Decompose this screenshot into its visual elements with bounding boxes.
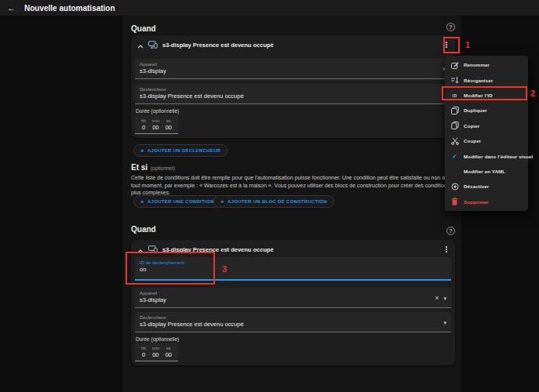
trigger-card-1-header[interactable]: s3-display Presence est devenu occupé <box>131 35 455 54</box>
trigger-card-1: s3-display Presence est devenu occupé Ap… <box>131 35 455 138</box>
check-icon: ✓ <box>450 153 459 160</box>
ss-label: ss <box>166 118 171 124</box>
mm-label: mm <box>152 118 159 124</box>
duration-input[interactable]: hh0 : mm00 : ss00 <box>135 343 178 361</box>
annotation-box-1 <box>443 37 460 53</box>
help-icon[interactable]: ? <box>446 23 455 31</box>
duration-label: Durée (optionnelle) <box>136 336 179 342</box>
menu-item-rename[interactable]: Renommer <box>445 57 528 72</box>
when-heading-2: Quand <box>131 225 156 234</box>
hh-value[interactable]: 0 <box>142 124 145 131</box>
menu-item-cut[interactable]: Couper <box>445 133 528 148</box>
menu-item-copy[interactable]: Copier <box>445 118 528 133</box>
chevron-down-icon[interactable]: ▾ <box>443 295 446 300</box>
trigger-field-value: s3-display Presence est devenu occupé <box>140 93 446 100</box>
copy-icon <box>450 122 459 129</box>
add-condition-label: AJOUTER UNE CONDITION <box>147 199 214 204</box>
conditions-heading: Et si (optionnel) <box>131 163 175 172</box>
add-trigger-button[interactable]: + AJOUTER UN DÉCLENCHEUR <box>133 144 228 157</box>
trigger-field-value: s3-display Presence est devenu occupé <box>140 321 446 328</box>
trigger-field[interactable]: Déclencheur s3-display Presence est deve… <box>135 312 451 332</box>
menu-item-duplicate[interactable]: Dupliquer <box>445 103 528 118</box>
device-icon <box>148 38 158 52</box>
ss-value[interactable]: 00 <box>166 351 172 358</box>
annotation-number-2: 2 <box>530 89 535 98</box>
annotation-box-3 <box>126 252 215 285</box>
duration-label: Durée (optionnelle) <box>136 108 179 114</box>
when-heading-1: Quand <box>131 24 156 33</box>
help-icon[interactable]: ? <box>446 227 455 235</box>
add-building-block-button[interactable]: + AJOUTER UN BLOC DE CONSTRUCTION <box>213 195 334 208</box>
conditions-description: Cette liste de conditions doit être remp… <box>131 174 454 197</box>
sort-icon <box>450 76 459 84</box>
add-trigger-label: AJOUTER UN DÉCLENCHEUR <box>147 148 220 153</box>
device-field-label: Appareil <box>140 290 446 296</box>
mm-value[interactable]: 00 <box>152 124 158 131</box>
plus-icon: + <box>140 198 144 205</box>
add-condition-button[interactable]: + AJOUTER UNE CONDITION <box>133 195 221 208</box>
add-building-block-label: AJOUTER UN BLOC DE CONSTRUCTION <box>228 199 327 204</box>
trigger-field[interactable]: Déclencheur s3-display Presence est deve… <box>135 84 451 104</box>
annotation-box-2 <box>442 86 527 100</box>
menu-item-edit-visual[interactable]: ✓ Modifier dans l’éditeur visuel <box>445 148 528 163</box>
disable-icon <box>450 183 459 191</box>
hh-label: hh <box>141 346 146 351</box>
device-field-value: s3-display <box>140 296 446 304</box>
device-field-value: s3-display <box>140 67 446 75</box>
rename-icon <box>450 61 459 69</box>
scissors-icon <box>450 137 459 145</box>
mm-label: mm <box>152 346 159 351</box>
mm-value[interactable]: 00 <box>152 351 158 358</box>
top-bar: ← Nouvelle automatisation <box>0 0 539 16</box>
duration-input[interactable]: hh0 : mm00 : ss00 <box>135 115 178 134</box>
trash-icon <box>450 198 459 205</box>
device-field-label: Appareil <box>140 61 446 67</box>
collapse-icon[interactable] <box>137 38 144 52</box>
annotation-number-1: 1 <box>465 40 470 49</box>
trigger-field-label: Déclencheur <box>140 314 446 321</box>
menu-item-disable[interactable]: Désactiver <box>445 179 528 194</box>
back-arrow-icon[interactable]: ← <box>7 4 16 13</box>
context-menu: Renommer Réorganiser ID Modifier l’ID Du… <box>445 56 528 211</box>
device-field[interactable]: Appareil s3-display × ▾ <box>135 288 451 308</box>
overflow-menu-icon[interactable] <box>443 244 450 255</box>
menu-item-delete[interactable]: Supprimer <box>445 194 528 209</box>
annotation-number-3: 3 <box>222 264 227 274</box>
chevron-down-icon[interactable]: ▾ <box>443 319 446 325</box>
plus-icon: + <box>220 198 224 205</box>
trigger-card-1-title: s3-display Presence est devenu occupé <box>162 42 439 49</box>
clear-icon[interactable]: × <box>435 294 439 301</box>
page-title: Nouvelle automatisation <box>24 4 115 13</box>
automation-editor-screen: ← Nouvelle automatisation Quand ? s3-dis… <box>0 0 539 392</box>
device-field[interactable]: Appareil s3-display × <box>135 59 451 79</box>
duplicate-icon <box>450 107 459 114</box>
ss-label: ss <box>166 346 171 351</box>
hh-label: hh <box>141 118 146 124</box>
menu-item-reorder[interactable]: Réorganiser <box>445 72 528 87</box>
plus-icon: + <box>140 147 144 154</box>
menu-item-edit-yaml[interactable]: Modifier en YAML <box>445 164 528 179</box>
hh-value[interactable]: 0 <box>142 351 145 358</box>
trigger-field-label: Déclencheur <box>140 86 446 93</box>
ss-value[interactable]: 00 <box>166 124 172 131</box>
